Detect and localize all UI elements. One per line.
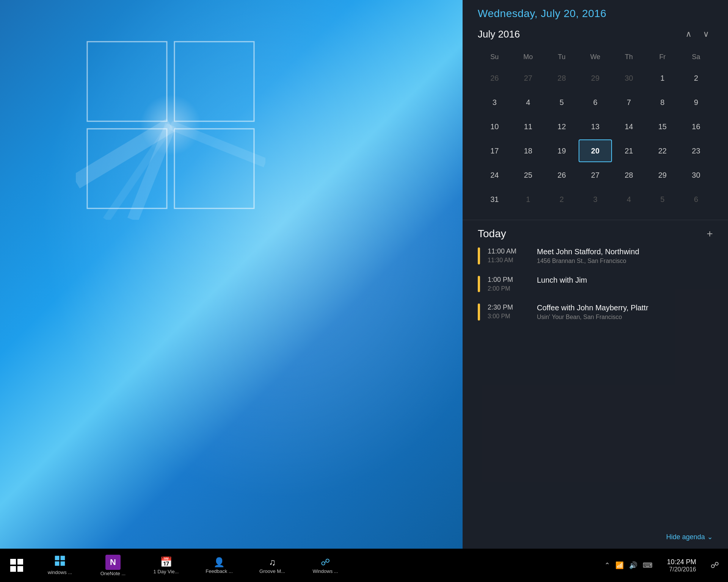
calendar-day-16[interactable]: 16 — [679, 115, 713, 138]
calendar-day-5-next[interactable]: 5 — [646, 188, 679, 211]
weekday-th: Th — [612, 48, 646, 65]
start-button[interactable] — [0, 549, 33, 582]
event-3-title: Coffee with John Mayberry, Plattr — [537, 304, 713, 312]
calendar-day-4[interactable]: 4 — [511, 91, 545, 114]
taskbar-feedback-icon: 👤 — [213, 557, 225, 568]
calendar-section: July 2016 ∧ ∨ Su Mo Tu We Th Fr Sa 26 27… — [463, 23, 728, 220]
event-3-end-time: 3:00 PM — [488, 313, 533, 320]
event-1-start-time: 11:00 AM — [488, 247, 533, 255]
event-2-title: Lunch with Jim — [537, 276, 713, 285]
calendar-day-15[interactable]: 15 — [646, 115, 679, 138]
calendar-day-29[interactable]: 29 — [646, 164, 679, 186]
calendar-day-7[interactable]: 7 — [612, 91, 646, 114]
calendar-day-24[interactable]: 24 — [478, 164, 511, 186]
svg-rect-12 — [17, 566, 23, 572]
calendar-day-27[interactable]: 27 — [579, 164, 612, 186]
calendar-day-1-next[interactable]: 1 — [511, 188, 545, 211]
calendar-day-13[interactable]: 13 — [579, 115, 612, 138]
event-1-end-time: 11:30 AM — [488, 257, 533, 264]
chevron-up-icon[interactable]: ⌃ — [604, 561, 610, 569]
calendar-day-10[interactable]: 10 — [478, 115, 511, 138]
calendar-week-4: 17 18 19 20 21 22 23 — [478, 139, 713, 162]
calendar-day-21[interactable]: 21 — [612, 139, 646, 162]
calendar-day-29-prev[interactable]: 29 — [579, 67, 612, 89]
calendar-day-31[interactable]: 31 — [478, 188, 511, 211]
weekday-mo: Mo — [511, 48, 545, 65]
calendar-month-year[interactable]: July 2016 — [478, 28, 520, 40]
calendar-day-14[interactable]: 14 — [612, 115, 646, 138]
agenda-header: Today + — [478, 228, 713, 240]
system-icons: ⌃ 📶 🔊 ⌨ — [599, 561, 658, 569]
calendar-day-22[interactable]: 22 — [646, 139, 679, 162]
taskbar-item-groove[interactable]: ♫ Groove M... — [246, 549, 299, 582]
calendar-nav: July 2016 ∧ ∨ — [478, 27, 713, 41]
calendar-day-20-today[interactable]: 20 — [579, 139, 612, 162]
calendar-day-19[interactable]: 19 — [545, 139, 579, 162]
event-item-2[interactable]: 1:00 PM 2:00 PM Lunch with Jim — [478, 276, 713, 292]
calendar-day-30[interactable]: 30 — [679, 164, 713, 186]
calendar-week-2: 3 4 5 6 7 8 9 — [478, 91, 713, 114]
calendar-day-2-next[interactable]: 2 — [545, 188, 579, 211]
network-icon[interactable]: 📶 — [615, 561, 624, 569]
calendar-day-12[interactable]: 12 — [545, 115, 579, 138]
event-2-details: Lunch with Jim — [533, 276, 713, 292]
panel-date: Wednesday, July 20, 2016 — [478, 8, 713, 20]
calendar-day-11[interactable]: 11 — [511, 115, 545, 138]
add-event-button[interactable]: + — [707, 228, 713, 240]
calendar-day-4-next[interactable]: 4 — [612, 188, 646, 211]
svg-rect-9 — [10, 559, 16, 565]
agenda-section: Today + 11:00 AM 11:30 AM Meet John Staf… — [463, 220, 728, 529]
calendar-day-17[interactable]: 17 — [478, 139, 511, 162]
calendar-week-6: 31 1 2 3 4 5 6 — [478, 188, 713, 211]
taskbar-item-feedback[interactable]: 👤 Feedback ... — [193, 549, 246, 582]
event-item-1[interactable]: 11:00 AM 11:30 AM Meet John Stafford, No… — [478, 247, 713, 264]
taskbar-item-calendar-label: 1 Day Vie... — [154, 569, 179, 574]
calendar-day-8[interactable]: 8 — [646, 91, 679, 114]
panel-header: Wednesday, July 20, 2016 — [463, 0, 728, 23]
hide-agenda-button[interactable]: Hide agenda ⌄ — [463, 529, 728, 549]
calendar-day-30-prev[interactable]: 30 — [612, 67, 646, 89]
event-item-3[interactable]: 2:30 PM 3:00 PM Coffee with John Mayberr… — [478, 304, 713, 321]
calendar-day-1[interactable]: 1 — [646, 67, 679, 89]
svg-rect-14 — [61, 556, 65, 560]
calendar-week-5: 24 25 26 27 28 29 30 — [478, 164, 713, 186]
event-3-details: Coffee with John Mayberry, Plattr Usin' … — [533, 304, 713, 321]
calendar-prev-button[interactable]: ∧ — [682, 27, 695, 41]
calendar-day-2[interactable]: 2 — [679, 67, 713, 89]
calendar-day-26-prev[interactable]: 26 — [478, 67, 511, 89]
volume-icon[interactable]: 🔊 — [629, 561, 637, 569]
event-1-details: Meet John Stafford, Northwind 1456 Brann… — [533, 247, 713, 264]
calendar-day-6-next[interactable]: 6 — [679, 188, 713, 211]
calendar-day-27-prev[interactable]: 27 — [511, 67, 545, 89]
event-2-end-time: 2:00 PM — [488, 285, 533, 292]
calendar-day-28-prev[interactable]: 28 — [545, 67, 579, 89]
event-1-location: 1456 Brannan St., San Francisco — [537, 258, 713, 264]
taskbar-item-calendar[interactable]: 📅 1 Day Vie... — [140, 549, 193, 582]
calendar-grid: Su Mo Tu We Th Fr Sa 26 27 28 29 30 1 2 … — [478, 48, 713, 211]
calendar-next-button[interactable]: ∨ — [699, 27, 713, 41]
keyboard-icon[interactable]: ⌨ — [643, 561, 653, 569]
calendar-day-3-next[interactable]: 3 — [579, 188, 612, 211]
weekday-su: Su — [478, 48, 511, 65]
taskbar-item-windows[interactable]: windows ... — [33, 549, 86, 582]
event-3-start-time: 2:30 PM — [488, 304, 533, 311]
calendar-day-9[interactable]: 9 — [679, 91, 713, 114]
action-center-button[interactable]: ☍ — [705, 549, 724, 582]
calendar-day-23[interactable]: 23 — [679, 139, 713, 162]
calendar-day-26[interactable]: 26 — [545, 164, 579, 186]
taskbar-item-onenote[interactable]: N OneNote ... — [86, 549, 140, 582]
taskbar-clock[interactable]: 10:24 PM 7/20/2016 — [662, 558, 701, 573]
calendar-day-3[interactable]: 3 — [478, 91, 511, 114]
svg-rect-11 — [10, 566, 16, 572]
agenda-title: Today — [478, 228, 506, 240]
calendar-day-6[interactable]: 6 — [579, 91, 612, 114]
calendar-day-25[interactable]: 25 — [511, 164, 545, 186]
taskbar-onenote-icon: N — [105, 555, 121, 570]
calendar-day-5[interactable]: 5 — [545, 91, 579, 114]
taskbar-item-store-label: Windows ... — [312, 568, 338, 574]
event-2-start-time: 1:00 PM — [488, 276, 533, 284]
svg-rect-15 — [55, 562, 60, 566]
taskbar-item-store[interactable]: ☍ Windows ... — [299, 549, 352, 582]
calendar-day-28[interactable]: 28 — [612, 164, 646, 186]
calendar-day-18[interactable]: 18 — [511, 139, 545, 162]
